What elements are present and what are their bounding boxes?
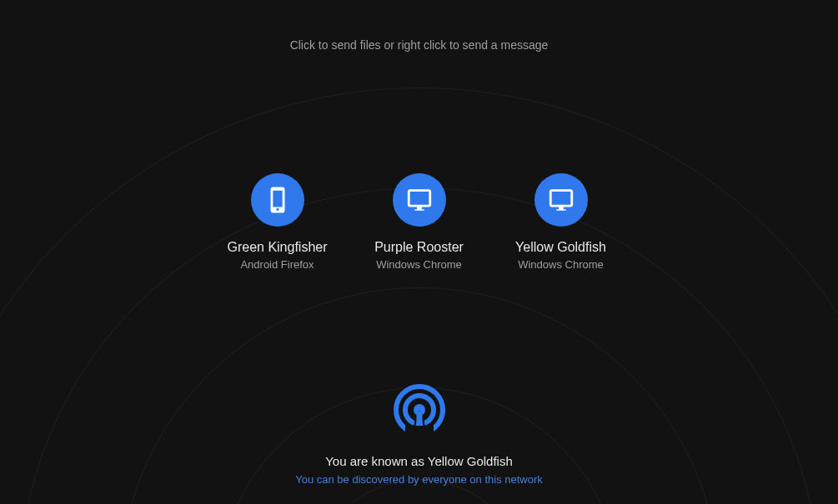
peer-list: Green Kingfisher Android Firefox Purple …: [0, 173, 838, 271]
peer-name: Yellow Goldfish: [515, 240, 606, 255]
mobile-icon: [251, 173, 304, 227]
peer-item[interactable]: Yellow Goldfish Windows Chrome: [503, 173, 620, 271]
peer-device-label: Windows Chrome: [518, 258, 604, 271]
peer-item[interactable]: Green Kingfisher Android Firefox: [219, 173, 336, 271]
broadcast-icon: [394, 384, 445, 439]
svg-rect-4: [416, 412, 422, 427]
discovery-link[interactable]: You can be discovered by everyone on thi…: [295, 473, 543, 486]
peer-name: Purple Rooster: [374, 240, 464, 255]
peer-device-label: Android Firefox: [240, 258, 314, 271]
desktop-icon: [534, 173, 588, 227]
instruction-hint: Click to send files or right click to se…: [0, 38, 838, 52]
self-display-name: You are known as Yellow Goldfish: [325, 454, 513, 468]
peer-device-label: Windows Chrome: [376, 258, 462, 271]
svg-rect-5: [405, 426, 434, 436]
desktop-icon: [393, 173, 446, 227]
peer-name: Green Kingfisher: [227, 240, 327, 255]
footer: You are known as Yellow Goldfish You can…: [0, 384, 838, 486]
peer-item[interactable]: Purple Rooster Windows Chrome: [361, 173, 478, 271]
